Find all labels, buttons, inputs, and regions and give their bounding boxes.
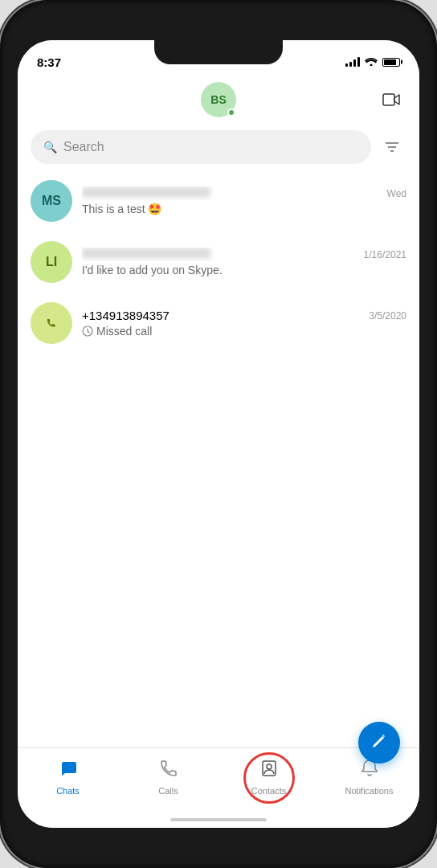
app-header: BS	[18, 76, 419, 124]
chats-label: Chats	[56, 786, 80, 796]
chat-list: MS Wed This is a test 🤩 LI	[18, 170, 419, 747]
signal-icon	[345, 57, 360, 67]
tab-calls[interactable]: Calls	[118, 759, 218, 802]
avatar: MS	[31, 180, 72, 222]
filter-button[interactable]	[378, 133, 406, 162]
chat-name	[82, 248, 357, 261]
phone-screen: 8:37	[18, 40, 419, 828]
missed-call-indicator: Missed call	[82, 325, 406, 338]
contacts-label: Contacts	[251, 786, 286, 796]
phone-frame: 8:37	[0, 0, 437, 868]
tab-contacts[interactable]: Contacts	[218, 759, 319, 802]
chat-name-blurred	[82, 186, 210, 198]
chat-content: +134913894357 3/5/2020 Missed call	[82, 309, 406, 338]
chats-icon	[59, 759, 78, 783]
list-item[interactable]: +134913894357 3/5/2020 Missed call	[18, 293, 419, 354]
status-time: 8:37	[37, 55, 61, 69]
battery-icon	[382, 58, 400, 67]
tab-chats[interactable]: Chats	[18, 759, 118, 802]
bottom-nav: Chats Calls	[18, 747, 419, 812]
online-indicator	[227, 108, 235, 117]
search-container: 🔍 Search	[18, 124, 419, 170]
search-icon: 🔍	[43, 141, 57, 154]
status-icons	[345, 56, 400, 68]
chat-date: 1/16/2021	[364, 249, 406, 260]
compose-button[interactable]	[358, 722, 400, 764]
chat-name	[82, 186, 381, 200]
wifi-icon	[365, 56, 378, 68]
video-call-button[interactable]	[381, 88, 403, 111]
search-placeholder: Search	[63, 140, 104, 154]
compose-icon	[370, 732, 388, 754]
svg-rect-0	[383, 94, 394, 105]
search-bar[interactable]: 🔍 Search	[31, 130, 371, 164]
notifications-label: Notifications	[345, 786, 394, 796]
chat-preview: This is a test 🤩	[82, 203, 406, 215]
chat-content: 1/16/2021 I'd like to add you on Skype.	[82, 248, 406, 276]
calls-label: Calls	[158, 786, 178, 796]
calls-icon	[159, 759, 178, 783]
chat-date: 3/5/2020	[369, 310, 406, 321]
chat-name-blurred	[82, 248, 210, 259]
home-bar	[170, 818, 267, 821]
chat-preview: I'd like to add you on Skype.	[82, 264, 406, 276]
home-indicator	[18, 812, 419, 828]
chat-content: Wed This is a test 🤩	[82, 186, 406, 215]
missed-call-text: Missed call	[96, 325, 152, 338]
contacts-icon	[259, 759, 279, 783]
user-avatar[interactable]: BS	[201, 82, 236, 117]
list-item[interactable]: LI 1/16/2021 I'd like to add you on Skyp…	[18, 231, 419, 293]
avatar: LI	[31, 241, 72, 283]
notch	[154, 40, 283, 64]
chat-name: +134913894357	[82, 309, 362, 322]
chat-date: Wed	[387, 188, 406, 199]
svg-point-4	[42, 313, 61, 333]
list-item[interactable]: MS Wed This is a test 🤩	[18, 170, 419, 231]
avatar	[31, 302, 72, 344]
svg-point-7	[267, 764, 272, 769]
tab-notifications[interactable]: Notifications	[319, 759, 419, 802]
